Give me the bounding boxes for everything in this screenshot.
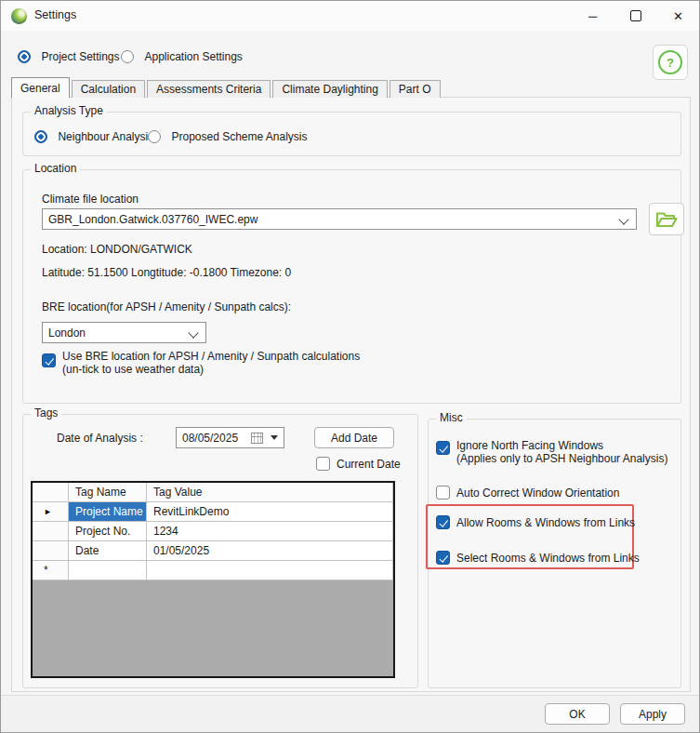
app-logo-icon — [11, 8, 27, 24]
checkbox-checked-icon[interactable] — [436, 515, 450, 529]
radio-proposed-scheme-analysis[interactable]: Proposed Scheme Analysis — [148, 127, 308, 144]
climate-file-value: GBR_London.Gatwick.037760_IWEC.epw — [48, 213, 258, 226]
radio-neighbour-analysis[interactable]: Neighbour Analysis — [34, 127, 153, 144]
radio-selected-icon — [34, 130, 47, 143]
column-header-tag-name[interactable]: Tag Name — [69, 483, 147, 502]
radio-unselected-icon — [121, 50, 134, 63]
open-folder-icon — [655, 210, 678, 229]
table-cell-empty[interactable] — [147, 561, 393, 580]
select-rooms-windows-links-label: Select Rooms & Windows from Links — [456, 552, 640, 565]
current-row-arrow-icon: ► — [44, 507, 52, 516]
auto-correct-window-orientation-checkbox-row[interactable]: Auto Correct Window Orientation — [436, 486, 619, 500]
climate-file-label: Climate file location — [42, 193, 139, 206]
misc-group: Misc Ignore North Facing Windows (Applie… — [428, 419, 681, 688]
analysis-type-group: Analysis Type Neighbour Analysis Propose… — [22, 112, 681, 156]
tab-page-general: Analysis Type Neighbour Analysis Propose… — [11, 97, 691, 692]
use-bre-location-label-line1: Use BRE location for APSH / Amenity / Su… — [62, 350, 360, 363]
maximize-button[interactable] — [614, 1, 656, 31]
scope-radio-application[interactable]: Application Settings — [121, 47, 243, 64]
current-date-checkbox-row[interactable]: Current Date — [316, 457, 401, 471]
use-bre-location-checkbox-row[interactable]: Use BRE location for APSH / Amenity / Su… — [42, 350, 360, 376]
help-icon: ? — [658, 50, 682, 74]
table-corner-cell — [33, 483, 69, 502]
bre-location-value: London — [48, 327, 86, 340]
table-cell-tag-value[interactable]: 01/05/2025 — [147, 541, 393, 561]
location-group: Location Climate file location GBR_Londo… — [22, 169, 681, 404]
use-bre-location-label-line2: (un-tick to use weather data) — [62, 363, 360, 376]
date-of-analysis-label: Date of Analysis : — [57, 432, 143, 445]
table-cell-tag-name[interactable]: Project Name — [69, 502, 147, 522]
tags-group-title: Tags — [31, 406, 61, 420]
row-selector[interactable] — [33, 522, 69, 541]
date-dropdown-arrow-icon[interactable] — [271, 435, 278, 440]
ok-button[interactable]: OK — [545, 703, 610, 725]
allow-rooms-windows-links-checkbox-row[interactable]: Allow Rooms & Windows from Links — [436, 515, 635, 529]
close-button[interactable]: ✕ — [657, 1, 699, 31]
row-selector-new-row[interactable]: * — [33, 561, 69, 580]
ignore-north-facing-windows-checkbox-row[interactable]: Ignore North Facing Windows (Applies onl… — [436, 439, 667, 465]
bre-location-combobox[interactable]: London — [42, 322, 206, 343]
tags-group: Tags Date of Analysis : 08/05/2025 Add D… — [22, 414, 418, 688]
scope-radio-application-label: Application Settings — [144, 50, 242, 63]
tab-assessments-criteria[interactable]: Assessments Criteria — [147, 80, 271, 98]
scope-radio-project-label: Project Settings — [41, 50, 119, 63]
date-of-analysis-value: 08/05/2025 — [182, 432, 238, 445]
minimize-button[interactable]: ─ — [572, 1, 614, 31]
close-icon: ✕ — [673, 9, 683, 23]
misc-group-title: Misc — [436, 411, 467, 425]
footer-bar: OK Apply — [1, 695, 699, 733]
tab-general[interactable]: General — [11, 77, 70, 98]
checkbox-unchecked-icon[interactable] — [316, 457, 330, 471]
tags-table[interactable]: Tag Name Tag Value ► Project Name RevitL… — [31, 481, 395, 678]
ignore-north-facing-windows-label: Ignore North Facing Windows — [456, 439, 667, 452]
question-glyph: ? — [667, 56, 674, 70]
radio-neighbour-analysis-label: Neighbour Analysis — [58, 130, 153, 143]
settings-dialog: Settings ─ ✕ Project Settings Applicatio… — [0, 0, 700, 733]
browse-climate-file-button[interactable] — [649, 203, 684, 235]
window-title: Settings — [34, 8, 76, 21]
auto-correct-window-orientation-label: Auto Correct Window Orientation — [456, 486, 619, 500]
radio-unselected-icon — [148, 130, 161, 143]
table-cell-tag-value[interactable]: 1234 — [147, 522, 393, 541]
column-header-tag-value[interactable]: Tag Value — [147, 483, 393, 502]
analysis-type-group-title: Analysis Type — [31, 104, 107, 118]
location-coords-text: Latitude: 51.1500 Longtitude: -0.1800 Ti… — [42, 266, 291, 279]
table-cell-tag-name[interactable]: Project No. — [69, 522, 147, 541]
current-date-label: Current Date — [337, 458, 401, 471]
row-selector-current[interactable]: ► — [33, 502, 69, 522]
apply-button[interactable]: Apply — [620, 703, 685, 725]
new-row-asterisk-icon: * — [44, 564, 48, 577]
select-rooms-windows-links-checkbox-row[interactable]: Select Rooms & Windows from Links — [436, 551, 640, 565]
ignore-north-facing-windows-sublabel: (Applies only to APSH Neighbour Analysis… — [456, 452, 667, 465]
help-button[interactable]: ? — [653, 45, 688, 80]
location-name-text: Location: LONDON/GATWICK — [42, 243, 192, 256]
location-group-title: Location — [31, 162, 80, 176]
tab-climate-daylighting[interactable]: Climate Daylighting — [272, 80, 387, 98]
climate-file-combobox[interactable]: GBR_London.Gatwick.037760_IWEC.epw — [42, 208, 637, 230]
bre-location-label: BRE location(for APSH / Amenity / Sunpat… — [42, 300, 291, 313]
table-cell-tag-value[interactable]: RevitLinkDemo — [147, 502, 393, 522]
chevron-down-icon — [618, 214, 628, 224]
checkbox-checked-icon[interactable] — [436, 441, 450, 455]
calendar-icon — [251, 433, 263, 444]
minimize-icon: ─ — [588, 9, 597, 23]
checkbox-checked-icon[interactable] — [436, 551, 450, 565]
table-cell-tag-name[interactable]: Date — [69, 541, 147, 561]
tab-part-o[interactable]: Part O — [390, 80, 441, 98]
date-of-analysis-picker[interactable]: 08/05/2025 — [176, 427, 284, 448]
table-cell-empty[interactable] — [69, 561, 147, 580]
chevron-down-icon — [188, 327, 198, 338]
scope-radio-project[interactable]: Project Settings — [18, 47, 120, 64]
checkbox-checked-icon[interactable] — [42, 353, 56, 367]
add-date-button[interactable]: Add Date — [314, 427, 394, 448]
row-selector[interactable] — [33, 541, 69, 561]
title-bar: Settings ─ ✕ — [1, 1, 699, 31]
maximize-icon — [630, 10, 641, 21]
radio-selected-icon — [18, 50, 31, 63]
tab-strip: General Calculation Assessments Criteria… — [11, 78, 442, 98]
checkbox-unchecked-icon[interactable] — [436, 486, 450, 500]
tab-calculation[interactable]: Calculation — [72, 80, 145, 98]
radio-proposed-scheme-analysis-label: Proposed Scheme Analysis — [171, 130, 307, 143]
allow-rooms-windows-links-label: Allow Rooms & Windows from Links — [456, 516, 635, 529]
